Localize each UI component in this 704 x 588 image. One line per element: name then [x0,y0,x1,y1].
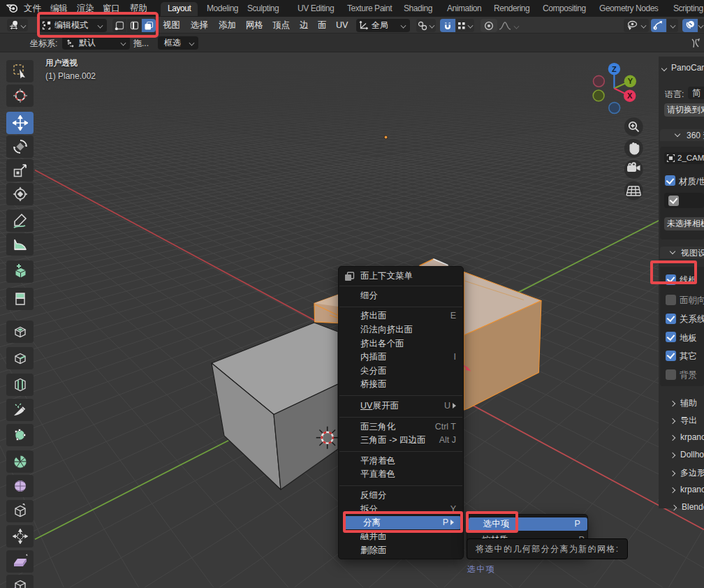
svg-text:X: X [627,91,633,100]
svg-text:Z: Z [612,65,617,73]
svg-text:Y: Y [628,77,633,85]
